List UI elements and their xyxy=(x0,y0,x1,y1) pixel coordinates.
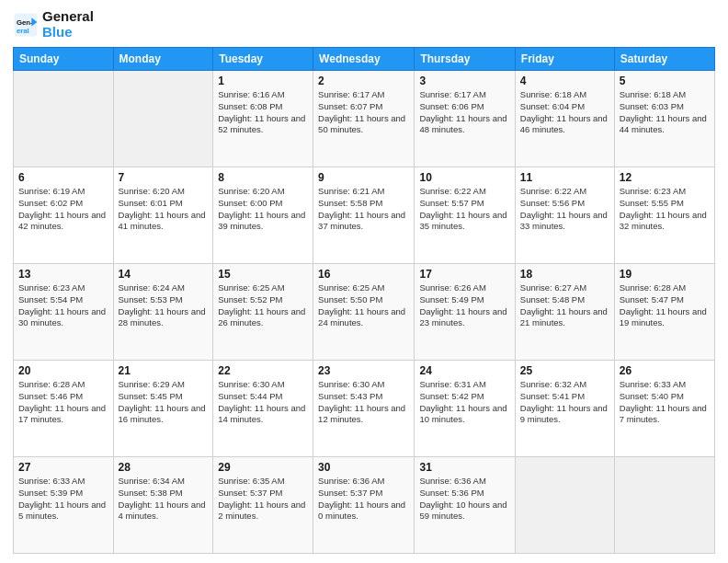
calendar-cell: 27Sunrise: 6:33 AM Sunset: 5:39 PM Dayli… xyxy=(14,457,114,554)
day-info: Sunrise: 6:28 AM Sunset: 5:47 PM Dayligh… xyxy=(620,282,710,329)
day-number: 1 xyxy=(218,75,308,87)
day-number: 28 xyxy=(119,461,209,474)
day-info: Sunrise: 6:23 AM Sunset: 5:54 PM Dayligh… xyxy=(18,282,108,329)
day-number: 7 xyxy=(119,171,209,184)
calendar-cell: 16Sunrise: 6:25 AM Sunset: 5:50 PM Dayli… xyxy=(313,264,415,361)
day-number: 5 xyxy=(620,75,710,87)
calendar-cell: 5Sunrise: 6:18 AM Sunset: 6:03 PM Daylig… xyxy=(614,71,714,167)
day-number: 25 xyxy=(520,364,609,377)
day-info: Sunrise: 6:21 AM Sunset: 5:58 PM Dayligh… xyxy=(318,186,409,233)
day-number: 9 xyxy=(318,171,409,184)
day-number: 8 xyxy=(218,171,308,184)
day-number: 12 xyxy=(620,171,710,184)
calendar-cell: 18Sunrise: 6:27 AM Sunset: 5:48 PM Dayli… xyxy=(515,264,614,361)
calendar-cell: 6Sunrise: 6:19 AM Sunset: 6:02 PM Daylig… xyxy=(14,167,114,264)
calendar-cell: 12Sunrise: 6:23 AM Sunset: 5:55 PM Dayli… xyxy=(614,167,714,264)
day-number: 26 xyxy=(620,364,710,377)
day-info: Sunrise: 6:22 AM Sunset: 5:57 PM Dayligh… xyxy=(419,186,509,233)
calendar-cell: 13Sunrise: 6:23 AM Sunset: 5:54 PM Dayli… xyxy=(14,264,114,361)
calendar-table: SundayMondayTuesdayWednesdayThursdayFrid… xyxy=(13,47,715,554)
calendar-cell: 30Sunrise: 6:36 AM Sunset: 5:37 PM Dayli… xyxy=(313,457,415,554)
day-number: 18 xyxy=(520,268,609,281)
day-info: Sunrise: 6:20 AM Sunset: 6:00 PM Dayligh… xyxy=(218,186,308,233)
day-info: Sunrise: 6:34 AM Sunset: 5:38 PM Dayligh… xyxy=(119,476,209,523)
day-number: 19 xyxy=(620,268,710,281)
calendar-cell: 19Sunrise: 6:28 AM Sunset: 5:47 PM Dayli… xyxy=(614,264,714,361)
day-info: Sunrise: 6:30 AM Sunset: 5:43 PM Dayligh… xyxy=(318,379,409,426)
logo-icon: Gen- eral xyxy=(13,12,39,38)
day-number: 20 xyxy=(18,364,108,377)
day-info: Sunrise: 6:29 AM Sunset: 5:45 PM Dayligh… xyxy=(119,379,209,426)
day-number: 24 xyxy=(419,364,509,377)
header: Gen- eral General Blue xyxy=(13,9,715,40)
calendar-row-3: 20Sunrise: 6:28 AM Sunset: 5:46 PM Dayli… xyxy=(14,361,715,457)
calendar-cell: 29Sunrise: 6:35 AM Sunset: 5:37 PM Dayli… xyxy=(213,457,313,554)
calendar-row-0: 1Sunrise: 6:16 AM Sunset: 6:08 PM Daylig… xyxy=(14,71,715,167)
day-info: Sunrise: 6:35 AM Sunset: 5:37 PM Dayligh… xyxy=(218,476,308,523)
day-number: 16 xyxy=(318,268,409,281)
weekday-friday: Friday xyxy=(515,48,614,71)
day-info: Sunrise: 6:17 AM Sunset: 6:07 PM Dayligh… xyxy=(318,89,409,136)
day-number: 21 xyxy=(119,364,209,377)
day-number: 29 xyxy=(218,461,308,474)
day-number: 6 xyxy=(18,171,108,184)
calendar-cell xyxy=(515,457,614,554)
logo: Gen- eral General Blue xyxy=(13,9,94,40)
weekday-monday: Monday xyxy=(113,48,213,71)
day-info: Sunrise: 6:27 AM Sunset: 5:48 PM Dayligh… xyxy=(520,282,609,329)
day-info: Sunrise: 6:20 AM Sunset: 6:01 PM Dayligh… xyxy=(119,186,209,233)
calendar-cell: 24Sunrise: 6:31 AM Sunset: 5:42 PM Dayli… xyxy=(415,361,515,457)
svg-text:eral: eral xyxy=(17,26,29,34)
weekday-header-row: SundayMondayTuesdayWednesdayThursdayFrid… xyxy=(14,48,715,71)
weekday-saturday: Saturday xyxy=(614,48,714,71)
calendar: SundayMondayTuesdayWednesdayThursdayFrid… xyxy=(13,47,715,554)
calendar-cell: 21Sunrise: 6:29 AM Sunset: 5:45 PM Dayli… xyxy=(113,361,213,457)
day-number: 15 xyxy=(218,268,308,281)
calendar-cell: 17Sunrise: 6:26 AM Sunset: 5:49 PM Dayli… xyxy=(415,264,515,361)
day-info: Sunrise: 6:18 AM Sunset: 6:04 PM Dayligh… xyxy=(520,89,609,136)
day-number: 31 xyxy=(419,461,509,474)
day-number: 14 xyxy=(119,268,209,281)
calendar-cell: 10Sunrise: 6:22 AM Sunset: 5:57 PM Dayli… xyxy=(415,167,515,264)
day-info: Sunrise: 6:22 AM Sunset: 5:56 PM Dayligh… xyxy=(520,186,609,233)
logo-text: General Blue xyxy=(42,9,94,40)
day-info: Sunrise: 6:25 AM Sunset: 5:50 PM Dayligh… xyxy=(318,282,409,329)
calendar-cell: 15Sunrise: 6:25 AM Sunset: 5:52 PM Dayli… xyxy=(213,264,313,361)
calendar-cell: 3Sunrise: 6:17 AM Sunset: 6:06 PM Daylig… xyxy=(415,71,515,167)
calendar-row-2: 13Sunrise: 6:23 AM Sunset: 5:54 PM Dayli… xyxy=(14,264,715,361)
day-number: 2 xyxy=(318,75,409,87)
weekday-thursday: Thursday xyxy=(415,48,515,71)
calendar-cell: 1Sunrise: 6:16 AM Sunset: 6:08 PM Daylig… xyxy=(213,71,313,167)
day-number: 27 xyxy=(18,461,108,474)
day-number: 13 xyxy=(18,268,108,281)
day-info: Sunrise: 6:33 AM Sunset: 5:39 PM Dayligh… xyxy=(18,476,108,523)
day-number: 11 xyxy=(520,171,609,184)
calendar-cell: 9Sunrise: 6:21 AM Sunset: 5:58 PM Daylig… xyxy=(313,167,415,264)
calendar-cell: 2Sunrise: 6:17 AM Sunset: 6:07 PM Daylig… xyxy=(313,71,415,167)
calendar-cell: 20Sunrise: 6:28 AM Sunset: 5:46 PM Dayli… xyxy=(14,361,114,457)
calendar-cell: 22Sunrise: 6:30 AM Sunset: 5:44 PM Dayli… xyxy=(213,361,313,457)
day-number: 23 xyxy=(318,364,409,377)
day-info: Sunrise: 6:17 AM Sunset: 6:06 PM Dayligh… xyxy=(419,89,509,136)
day-info: Sunrise: 6:25 AM Sunset: 5:52 PM Dayligh… xyxy=(218,282,308,329)
calendar-cell: 28Sunrise: 6:34 AM Sunset: 5:38 PM Dayli… xyxy=(113,457,213,554)
calendar-cell: 4Sunrise: 6:18 AM Sunset: 6:04 PM Daylig… xyxy=(515,71,614,167)
calendar-cell: 11Sunrise: 6:22 AM Sunset: 5:56 PM Dayli… xyxy=(515,167,614,264)
page: Gen- eral General Blue SundayMondayTuesd… xyxy=(0,0,728,563)
day-number: 10 xyxy=(419,171,509,184)
weekday-tuesday: Tuesday xyxy=(213,48,313,71)
day-info: Sunrise: 6:31 AM Sunset: 5:42 PM Dayligh… xyxy=(419,379,509,426)
day-number: 22 xyxy=(218,364,308,377)
day-info: Sunrise: 6:32 AM Sunset: 5:41 PM Dayligh… xyxy=(520,379,609,426)
calendar-cell: 8Sunrise: 6:20 AM Sunset: 6:00 PM Daylig… xyxy=(213,167,313,264)
calendar-row-4: 27Sunrise: 6:33 AM Sunset: 5:39 PM Dayli… xyxy=(14,457,715,554)
day-number: 17 xyxy=(419,268,509,281)
calendar-cell xyxy=(14,71,114,167)
day-info: Sunrise: 6:30 AM Sunset: 5:44 PM Dayligh… xyxy=(218,379,308,426)
calendar-cell: 7Sunrise: 6:20 AM Sunset: 6:01 PM Daylig… xyxy=(113,167,213,264)
day-info: Sunrise: 6:36 AM Sunset: 5:36 PM Dayligh… xyxy=(419,476,509,523)
calendar-cell: 26Sunrise: 6:33 AM Sunset: 5:40 PM Dayli… xyxy=(614,361,714,457)
calendar-cell: 31Sunrise: 6:36 AM Sunset: 5:36 PM Dayli… xyxy=(415,457,515,554)
svg-text:Gen-: Gen- xyxy=(17,18,33,27)
weekday-wednesday: Wednesday xyxy=(313,48,415,71)
